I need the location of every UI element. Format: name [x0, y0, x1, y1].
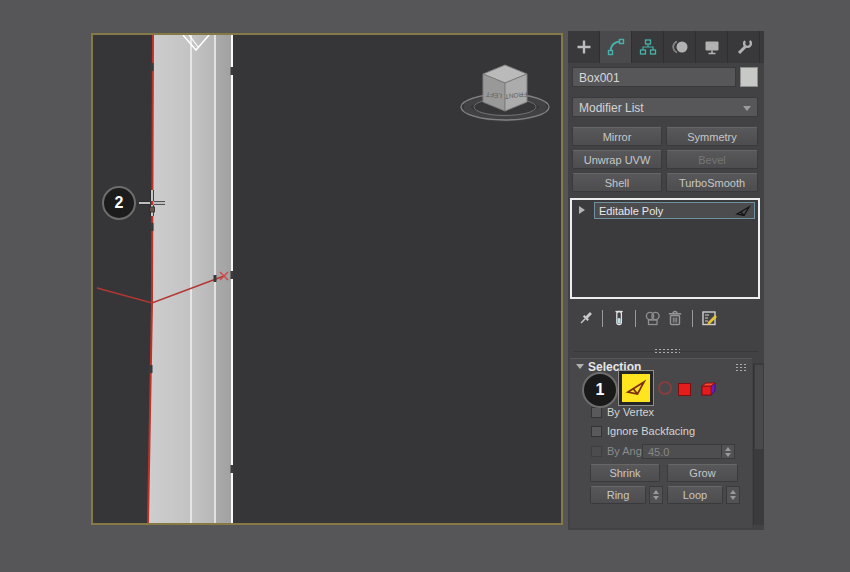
turbosmooth-button[interactable]: TurboSmooth — [666, 173, 758, 192]
make-unique-icon — [642, 308, 664, 328]
tab-modify[interactable] — [600, 31, 632, 63]
by-vertex-label: By Vertex — [607, 406, 654, 418]
modifier-stack: Editable Poly — [570, 198, 760, 299]
step-annotation-2-number: 2 — [115, 194, 124, 212]
tab-utilities[interactable] — [728, 31, 760, 63]
command-panel-tabs — [568, 31, 764, 63]
selection-rollout: Selection 1 By Vertex I — [570, 358, 752, 528]
command-panel: Box001 Modifier List Mirror Symmetry Unw… — [568, 31, 764, 530]
viewcube[interactable]: LEFT FRONT — [461, 65, 549, 120]
tutorial-canvas: LEFT FRONT 2 — [0, 0, 850, 572]
loop-button[interactable]: Loop — [667, 486, 723, 504]
spinner-down-icon — [730, 496, 736, 500]
step-annotation-1: 1 — [582, 372, 618, 408]
separator — [602, 310, 603, 327]
object-name-input[interactable]: Box001 — [572, 67, 736, 87]
tab-motion[interactable] — [664, 31, 696, 63]
spinner-up-icon — [730, 490, 736, 494]
display-icon — [702, 37, 722, 57]
scrollbar-thumb[interactable] — [755, 365, 763, 449]
spinner-down-icon — [725, 453, 731, 457]
rollout-collapse-icon[interactable] — [576, 364, 584, 369]
subobject-border-button[interactable] — [658, 381, 672, 395]
ignore-backfacing-label: Ignore Backfacing — [607, 425, 695, 437]
by-vertex-checkbox[interactable] — [591, 407, 602, 418]
modify-icon — [606, 37, 626, 57]
by-angle-input: 45.0 — [642, 444, 722, 459]
separator — [692, 310, 693, 327]
stack-expand-arrow-icon[interactable] — [579, 206, 585, 214]
spinner-up-icon — [725, 447, 731, 451]
object-color-swatch[interactable] — [740, 67, 758, 87]
modifier-list-dropdown[interactable]: Modifier List — [572, 97, 758, 117]
mirror-button[interactable]: Mirror — [572, 127, 662, 146]
modifier-list-label: Modifier List — [579, 101, 644, 115]
spinner-up-icon — [653, 490, 659, 494]
pin-stack-icon[interactable] — [576, 308, 596, 328]
step-annotation-2: 2 — [102, 186, 136, 220]
chevron-down-icon — [743, 106, 751, 111]
viewport-3d[interactable]: LEFT FRONT 2 — [91, 33, 563, 525]
stack-item-editable-poly[interactable]: Editable Poly — [594, 202, 755, 219]
utilities-wrench-icon — [734, 37, 754, 57]
tab-display[interactable] — [696, 31, 728, 63]
rollout-drag-grip[interactable] — [654, 348, 680, 354]
remove-modifier-icon — [664, 308, 686, 328]
tab-hierarchy[interactable] — [632, 31, 664, 63]
ignore-backfacing-checkbox[interactable] — [591, 426, 602, 437]
shell-button[interactable]: Shell — [572, 173, 662, 192]
motion-icon — [670, 37, 690, 57]
loop-spinner[interactable] — [726, 486, 740, 504]
configure-modifier-sets-icon[interactable] — [699, 308, 721, 328]
by-angle-checkbox — [591, 446, 602, 457]
viewport-geometry: LEFT FRONT — [93, 35, 561, 523]
tab-create[interactable] — [568, 31, 600, 63]
subobject-polygon-button[interactable] — [678, 383, 691, 396]
symmetry-button[interactable]: Symmetry — [666, 127, 758, 146]
edge-mode-icon — [625, 379, 647, 397]
show-end-result-icon[interactable] — [609, 308, 629, 328]
bevel-button: Bevel — [666, 150, 758, 169]
separator — [635, 310, 636, 327]
hierarchy-icon — [638, 37, 658, 57]
stack-item-label: Editable Poly — [599, 205, 663, 217]
unwrap-uvw-button[interactable]: Unwrap UVW — [572, 150, 662, 169]
subobject-edge-button[interactable] — [619, 371, 653, 405]
grow-button[interactable]: Grow — [667, 464, 738, 482]
command-panel-scrollbar[interactable] — [753, 363, 764, 525]
shrink-button[interactable]: Shrink — [590, 464, 660, 482]
step-annotation-1-number: 1 — [596, 381, 605, 399]
ring-button[interactable]: Ring — [590, 486, 646, 504]
spinner-down-icon — [653, 496, 659, 500]
subobject-element-button[interactable] — [698, 379, 719, 399]
create-plus-icon — [574, 37, 594, 57]
ring-spinner[interactable] — [649, 486, 663, 504]
by-angle-spinner — [721, 444, 735, 459]
rollout-grip-icon — [735, 363, 746, 371]
stack-toolbar — [568, 305, 764, 331]
edge-subobject-icon — [735, 205, 751, 217]
